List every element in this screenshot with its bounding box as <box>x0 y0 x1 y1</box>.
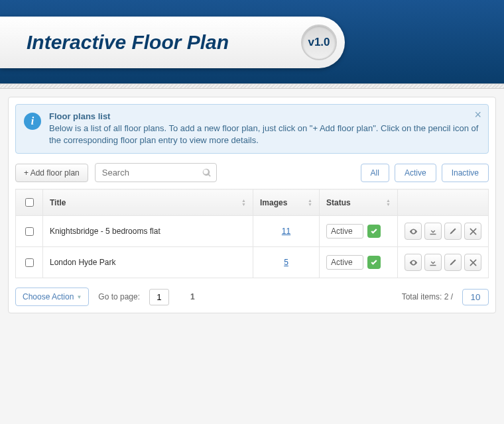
alert-close-button[interactable]: × <box>474 109 481 121</box>
eye-icon <box>409 227 418 236</box>
col-images[interactable]: Images <box>260 198 287 207</box>
col-status[interactable]: Status <box>326 198 351 207</box>
sort-icon: ▲▼ <box>386 199 391 207</box>
search-input[interactable] <box>95 163 217 182</box>
goto-page-label: Go to page: <box>98 292 140 301</box>
svg-rect-0 <box>430 234 436 235</box>
sort-icon: ▲▼ <box>308 199 312 207</box>
bulk-action-dropdown[interactable]: Choose Action ▼ <box>15 288 89 306</box>
delete-button[interactable] <box>464 254 481 271</box>
caret-down-icon: ▼ <box>76 294 82 300</box>
goto-page-input[interactable] <box>149 289 169 305</box>
col-title[interactable]: Title <box>50 198 66 207</box>
main-panel: i Floor plans list Below is a list of al… <box>8 97 496 313</box>
edit-button[interactable] <box>444 254 462 271</box>
info-alert: i Floor plans list Below is a list of al… <box>15 104 489 154</box>
svg-rect-1 <box>430 265 436 266</box>
add-floor-plan-button[interactable]: + Add floor plan <box>15 164 88 182</box>
app-header: Interactive Floor Plan v1.0 <box>0 0 504 83</box>
row-images-link[interactable]: 5 <box>284 258 288 267</box>
table-row: London Hyde Park5Active <box>16 247 489 278</box>
version-badge: v1.0 <box>301 25 337 60</box>
view-button[interactable] <box>405 223 422 240</box>
download-button[interactable] <box>424 223 442 240</box>
info-icon: i <box>24 113 41 130</box>
download-icon <box>429 227 437 235</box>
toolbar: + Add floor plan All Active Inactive <box>15 163 489 182</box>
eye-icon <box>409 258 418 267</box>
select-all-checkbox[interactable] <box>25 198 34 207</box>
pencil-icon <box>449 258 457 266</box>
close-icon <box>470 228 477 235</box>
alert-body: Below is a list of all floor plans. To a… <box>49 123 480 146</box>
row-title: London Hyde Park <box>50 258 115 267</box>
app-title: Interactive Floor Plan <box>27 31 229 54</box>
status-select[interactable]: Active <box>326 255 363 270</box>
items-per-page-input[interactable] <box>462 289 489 305</box>
pencil-icon <box>449 227 457 235</box>
table-row: Knightsbridge - 5 bedrooms flat11Active <box>16 216 489 247</box>
filter-all-button[interactable]: All <box>361 164 389 182</box>
current-page: 1 <box>190 292 195 301</box>
search-icon <box>202 168 212 178</box>
delete-button[interactable] <box>464 223 481 240</box>
search-wrap <box>95 163 217 182</box>
row-checkbox[interactable] <box>25 258 34 267</box>
edit-button[interactable] <box>444 223 462 240</box>
separator-strip <box>0 83 504 89</box>
alert-title: Floor plans list <box>49 111 480 121</box>
status-confirm-button[interactable] <box>367 256 381 269</box>
header-pill: Interactive Floor Plan v1.0 <box>0 17 345 68</box>
status-confirm-button[interactable] <box>367 225 381 238</box>
close-icon <box>470 259 477 266</box>
download-button[interactable] <box>424 254 442 271</box>
sort-icon: ▲▼ <box>241 199 246 207</box>
status-filter-group: All Active Inactive <box>361 164 489 182</box>
download-icon <box>429 258 437 266</box>
filter-active-button[interactable]: Active <box>395 164 436 182</box>
row-images-link[interactable]: 11 <box>282 227 290 236</box>
total-items-label: Total items: 2 / <box>402 292 453 301</box>
view-button[interactable] <box>405 254 422 271</box>
table-footer: Choose Action ▼ Go to page: 1 Total item… <box>15 288 489 306</box>
row-checkbox[interactable] <box>25 227 34 236</box>
filter-inactive-button[interactable]: Inactive <box>442 164 489 182</box>
status-select[interactable]: Active <box>326 224 363 238</box>
row-title: Knightsbridge - 5 bedrooms flat <box>50 227 160 236</box>
floor-plans-table: Title▲▼ Images▲▼ Status▲▼ Knightsbridge … <box>15 189 489 278</box>
